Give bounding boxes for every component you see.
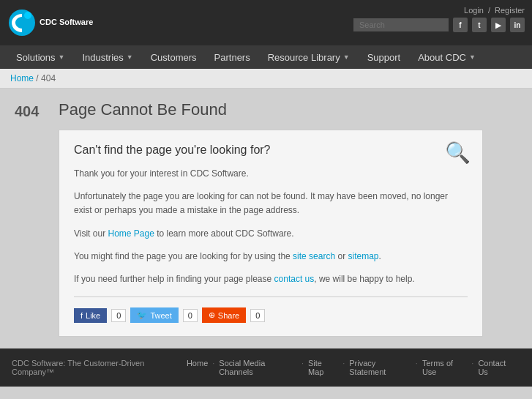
site-footer: CDC Software: The Customer-Driven Compan…: [0, 348, 532, 387]
breadcrumb-home[interactable]: Home: [10, 73, 34, 83]
linkedin-icon[interactable]: in: [510, 18, 525, 32]
tweet-count: 0: [183, 309, 198, 322]
error-code: 404: [15, 100, 44, 337]
error-divider: [74, 297, 468, 297]
main-navigation: Solutions ▼ Industries ▼ Customers Partn…: [0, 45, 532, 69]
nav-about-cdc[interactable]: About CDC ▼: [409, 45, 484, 69]
site-search-link[interactable]: site search: [293, 251, 335, 261]
breadcrumb: Home / 404: [0, 69, 532, 89]
logo[interactable]: CDC Software: [7, 8, 93, 37]
youtube-icon[interactable]: ▶: [491, 18, 506, 32]
header-links: Login / Register: [464, 6, 525, 15]
twitter-icon: 🐦: [137, 310, 147, 320]
nav-resource-library[interactable]: Resource Library ▼: [259, 45, 359, 69]
main-content: 404 Page Cannot Be Found 🔍 Can't find th…: [0, 89, 532, 348]
tweet-button[interactable]: 🐦 Tweet: [130, 307, 178, 323]
sitemap-link[interactable]: sitemap: [348, 251, 378, 261]
resource-library-arrow: ▼: [343, 53, 350, 61]
share-icon: ⊕: [209, 310, 215, 320]
solutions-arrow: ▼: [58, 53, 64, 61]
nav-solutions[interactable]: Solutions ▼: [7, 45, 73, 69]
footer-links: Home · Social Media Channels · Site Map …: [182, 359, 520, 376]
page-title: Page Cannot Be Found: [59, 100, 517, 119]
header-controls: f t ▶ in: [353, 18, 525, 32]
footer-social-link[interactable]: Social Media Channels: [214, 359, 301, 376]
search-not-found-icon: 🔍: [445, 141, 471, 165]
facebook-icon[interactable]: f: [453, 18, 468, 32]
para-4: You might find the page you are looking …: [74, 250, 468, 264]
footer-tagline: CDC Software: The Customer-Driven Compan…: [12, 359, 182, 376]
breadcrumb-current: 404: [41, 73, 56, 83]
login-link[interactable]: Login: [464, 6, 484, 15]
contact-us-link[interactable]: contact us: [274, 274, 315, 284]
footer-terms-link[interactable]: Terms of Use: [418, 359, 471, 376]
footer-contact-link[interactable]: Contact Us: [473, 359, 520, 376]
nav-partners[interactable]: Partners: [206, 45, 259, 69]
like-button[interactable]: f Like: [74, 308, 107, 323]
nav-industries[interactable]: Industries ▼: [73, 45, 141, 69]
social-share-buttons: f Like 0 🐦 Tweet 0 ⊕ Share 0: [74, 307, 468, 323]
logo-icon: [7, 8, 37, 37]
footer-home-link[interactable]: Home: [182, 359, 212, 376]
home-page-link[interactable]: Home Page: [108, 228, 154, 239]
site-header: CDC Software Login / Register f t ▶ in: [0, 0, 532, 45]
svg-point-1: [24, 12, 31, 19]
para-1: Thank you for your interest in CDC Softw…: [74, 167, 468, 181]
para-5: If you need further help in finding your…: [74, 272, 468, 286]
share-count: 0: [250, 309, 265, 322]
search-input[interactable]: [353, 18, 449, 31]
nav-customers[interactable]: Customers: [142, 45, 206, 69]
content-area: Page Cannot Be Found 🔍 Can't find the pa…: [59, 100, 517, 337]
nav-support[interactable]: Support: [359, 45, 410, 69]
share-button[interactable]: ⊕ Share: [202, 307, 246, 323]
para-3: Visit our Home Page to learn more about …: [74, 227, 468, 241]
logo-text: CDC Software: [40, 18, 93, 27]
industries-arrow: ▼: [127, 53, 133, 61]
error-body: Thank you for your interest in CDC Softw…: [74, 167, 468, 286]
twitter-icon[interactable]: t: [472, 18, 487, 32]
error-box: 🔍 Can't find the page you're looking for…: [59, 130, 483, 337]
about-cdc-arrow: ▼: [469, 53, 476, 61]
para-2: Unfortunately the page you are looking f…: [74, 190, 468, 217]
footer-privacy-link[interactable]: Privacy Statement: [345, 359, 416, 376]
header-right: Login / Register f t ▶ in: [353, 6, 525, 32]
like-count: 0: [111, 309, 126, 322]
error-heading: Can't find the page you're looking for?: [74, 143, 468, 157]
facebook-like-icon: f: [80, 311, 83, 320]
register-link[interactable]: Register: [495, 6, 525, 15]
footer-sitemap-link[interactable]: Site Map: [304, 359, 342, 376]
